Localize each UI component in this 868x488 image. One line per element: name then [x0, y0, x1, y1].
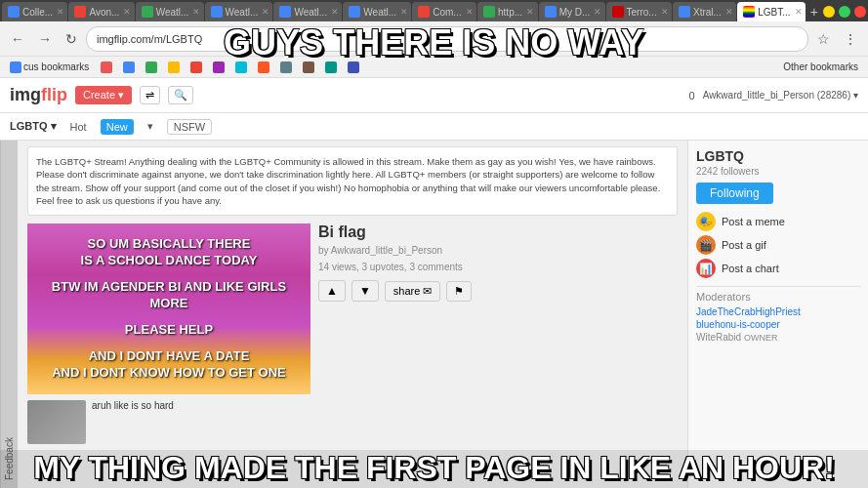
bookmark-item-3[interactable]	[142, 61, 161, 74]
tab-close[interactable]: ✕	[526, 7, 534, 17]
imgflip-logo: imgflip	[10, 85, 67, 105]
imgflip-header: imgflip Create ▾ ⇌ 🔍 0 Awkward_little_bi…	[0, 78, 868, 113]
browser-chrome: Colle... ✕ Avon... ✕ Weatl... ✕ Weatl...…	[0, 0, 868, 78]
notifications-count: 0	[689, 90, 695, 102]
user-points: (28286)	[817, 90, 850, 101]
tab-close[interactable]: ✕	[594, 7, 601, 17]
tab-dropdown[interactable]: ▾	[142, 118, 159, 135]
tab-hot[interactable]: Hot	[64, 119, 93, 135]
stream-name[interactable]: LGBTQ ▾	[10, 120, 57, 133]
tab-weatl4[interactable]: Weatl... ✕	[343, 2, 411, 21]
user-dropdown-icon[interactable]: ▾	[853, 90, 858, 101]
reload-button[interactable]: ↻	[61, 27, 82, 51]
bookmark-item-2[interactable]	[119, 61, 139, 74]
tab-weatl1[interactable]: Weatl... ✕	[136, 2, 204, 21]
tab-label: Weatl...	[363, 7, 396, 18]
tab-close[interactable]: ✕	[725, 7, 733, 17]
username: Awkward_little_bi_Person	[703, 90, 814, 101]
moderator-blue[interactable]: bluehonu-is-cooper	[696, 319, 860, 330]
tab-weatl3[interactable]: Weatl... ✕	[273, 2, 342, 21]
sidebar-actions: 🎭 Post a meme 🎬 Post a gif 📊 Post a char…	[696, 212, 860, 278]
tab-close[interactable]: ✕	[57, 7, 64, 17]
post-title: Bi flag	[318, 224, 678, 241]
center-content: The LGBTQ+ Stream! Anything dealing with…	[18, 141, 687, 488]
bookmarks-bar: cus bookmarks Other bookmarks	[0, 57, 868, 78]
bookmark-item-9[interactable]	[276, 61, 296, 74]
tab-myd[interactable]: My D... ✕	[539, 2, 605, 21]
tab-favicon	[211, 6, 223, 18]
other-bookmarks-label: Other bookmarks	[783, 61, 858, 72]
search-button[interactable]: 🔍	[168, 86, 193, 104]
post-chart-action[interactable]: 📊 Post a chart	[696, 259, 860, 278]
tab-close[interactable]: ✕	[123, 7, 131, 17]
flag-button[interactable]: ⚑	[446, 281, 472, 302]
post-area: SO UM BASICALLY THEREIS A SCHOOL DANCE T…	[27, 224, 678, 394]
tab-new[interactable]: New	[101, 119, 134, 135]
tab-label: Com...	[433, 7, 461, 18]
moderator-jade[interactable]: JadeTheCrabHighPriest	[696, 306, 860, 317]
meme-line-2: BTW IM AGENDER BI AND LIKE GIRLS MORE	[35, 279, 303, 312]
minimize-button[interactable]	[823, 6, 835, 18]
tab-terro[interactable]: Terro... ✕	[606, 2, 672, 21]
bookmark-item-12[interactable]	[344, 61, 363, 74]
bookmark-item-7[interactable]	[231, 61, 251, 74]
close-window-button[interactable]	[854, 6, 866, 18]
following-button[interactable]: Following	[696, 183, 773, 204]
feedback-tab[interactable]: Feedback	[0, 141, 18, 488]
post-meme-action[interactable]: 🎭 Post a meme	[696, 212, 860, 231]
new-tab-button[interactable]: +	[806, 4, 822, 20]
tab-colle[interactable]: Colle... ✕	[2, 2, 67, 21]
share-button[interactable]: share ✉	[385, 281, 441, 302]
tab-close[interactable]: ✕	[466, 7, 474, 17]
maximize-button[interactable]	[839, 6, 850, 18]
tab-label: Xtral...	[693, 7, 722, 18]
tab-lgbtq[interactable]: LGBT... ✕	[737, 2, 806, 21]
bookmark-cus[interactable]: cus bookmarks	[6, 61, 93, 74]
address-bar[interactable]: imgflip.com/m/LGBTQ	[86, 26, 808, 52]
forward-button[interactable]: →	[33, 27, 57, 51]
bookmark-item-4[interactable]	[164, 61, 184, 74]
bookmark-item-10[interactable]	[299, 61, 318, 74]
tab-label: Weatl...	[294, 7, 327, 18]
stream-tabs: LGBTQ ▾ Hot New ▾ NSFW	[0, 113, 868, 141]
other-bookmarks[interactable]: Other bookmarks	[779, 61, 862, 73]
bookmark-item-8[interactable]	[254, 61, 273, 74]
bookmark-item-5[interactable]	[186, 61, 206, 74]
owner-badge: OWNER	[744, 333, 778, 343]
tab-close[interactable]: ✕	[331, 7, 339, 17]
post-gif-action[interactable]: 🎬 Post a gif	[696, 235, 860, 255]
tab-favicon	[679, 6, 690, 18]
back-button[interactable]: ←	[6, 27, 29, 51]
tab-avon[interactable]: Avon... ✕	[68, 2, 134, 21]
post-stats: 14 views, 3 upvotes, 3 comments	[318, 262, 678, 272]
upvote-button[interactable]: ▲	[318, 280, 346, 302]
tab-com[interactable]: Com... ✕	[412, 2, 476, 21]
tab-close[interactable]: ✕	[661, 7, 669, 17]
tab-favicon	[743, 6, 755, 18]
create-button[interactable]: Create ▾	[75, 86, 132, 104]
tab-http[interactable]: http... ✕	[477, 2, 538, 21]
tab-nsfw[interactable]: NSFW	[167, 119, 212, 135]
settings-button[interactable]: ⋮	[839, 27, 862, 51]
meme-image: SO UM BASICALLY THEREIS A SCHOOL DANCE T…	[27, 224, 310, 394]
bookmark-item-6[interactable]	[209, 61, 228, 74]
tab-xtral[interactable]: Xtral... ✕	[673, 2, 736, 21]
main-content: Feedback The LGBTQ+ Stream! Anything dea…	[0, 141, 868, 488]
shuffle-button[interactable]: ⇌	[140, 86, 160, 104]
downvote-button[interactable]: ▼	[351, 280, 379, 302]
meme-line-4: AND I DONT HAVE A DATEAND I DONT KNOW HO…	[52, 348, 286, 382]
tab-label: My D...	[559, 7, 591, 18]
sidebar-followers: 2242 followers	[696, 166, 860, 177]
tab-close[interactable]: ✕	[795, 7, 803, 17]
tab-label: http...	[498, 7, 522, 18]
bookmark-item-1[interactable]	[97, 61, 116, 74]
tab-close[interactable]: ✕	[262, 7, 269, 17]
tab-weatl2[interactable]: Weatl... ✕	[205, 2, 273, 21]
bookmark-star[interactable]: ☆	[812, 27, 835, 51]
tab-favicon	[279, 6, 291, 18]
next-meme-thumbnail	[27, 400, 86, 444]
tab-close[interactable]: ✕	[400, 7, 408, 17]
tab-close[interactable]: ✕	[192, 7, 200, 17]
moderator-wite[interactable]: WiteRabid OWNER	[696, 332, 860, 343]
bookmark-item-11[interactable]	[321, 61, 341, 74]
